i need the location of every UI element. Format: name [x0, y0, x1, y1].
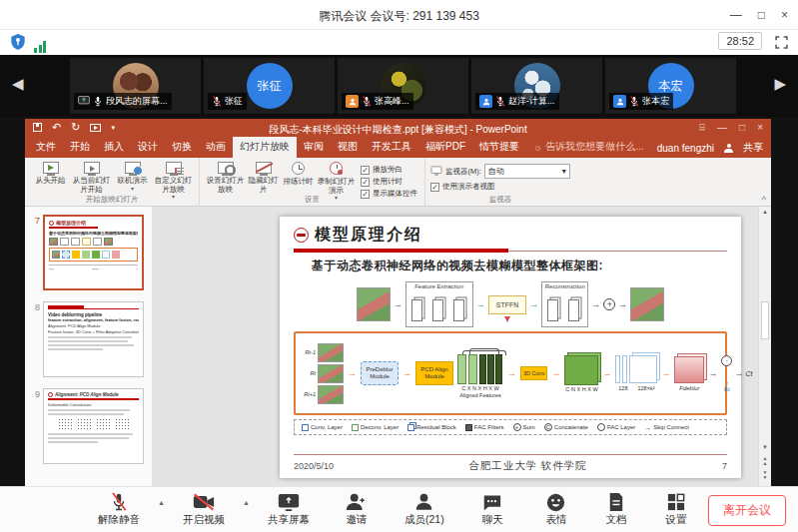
from-current-slide-icon [84, 162, 100, 174]
scroll-down-icon[interactable]: ▼ [759, 444, 771, 450]
scroll-right-icon[interactable]: ▶ [774, 75, 786, 93]
use-timings-checkbox[interactable]: ✓使用计时 [361, 177, 417, 187]
invite-button[interactable]: 邀请 [326, 492, 388, 527]
checkbox-icon: ✓ [430, 183, 439, 192]
share-button[interactable]: 共享 [743, 141, 763, 155]
share-screen-button[interactable]: 共享屏幕 [258, 492, 320, 527]
tell-me-box[interactable]: ☼ 告诉我您想要做什么... [526, 137, 651, 158]
scroll-left-icon[interactable]: ◀ [12, 75, 24, 93]
participant-tile[interactable]: 张高峰... [338, 58, 468, 114]
play-narrations-checkbox[interactable]: ✓播放旁白 [361, 165, 417, 175]
participant-tile[interactable]: 赵洋-计算... [471, 58, 602, 114]
avatar: 张征 [247, 63, 293, 109]
tab-developer[interactable]: 开发工具 [365, 137, 418, 158]
security-shield-icon[interactable] [10, 33, 26, 55]
meeting-title: 腾讯会议 会议号: 291 139 453 [0, 8, 798, 25]
camera-off-icon [193, 492, 215, 512]
presenter-view-checkbox[interactable]: ✓使用演示者视图 [430, 182, 570, 192]
participant-tile[interactable]: 张征 张征 [204, 58, 335, 114]
scroll-up-icon[interactable]: ▲ [759, 209, 771, 215]
settings-button[interactable]: 设置 [649, 492, 703, 527]
tab-view[interactable]: 视图 [331, 137, 365, 158]
slide-subtitle: 基于动态卷积神经网络的视频去模糊模型整体框架图: [294, 258, 727, 274]
video-options-toggle[interactable]: ▲ [243, 499, 250, 506]
output-label: Ct [745, 370, 752, 377]
ppt-window-controls: ⌸ — □ × [699, 122, 763, 134]
fused-feature-cube: C·N X H X W [564, 355, 598, 392]
monitor-dropdown[interactable]: 自动 ▾ [484, 164, 570, 179]
slide-canvas-area[interactable]: 模型原理介绍 基于动态卷积神经网络的视频去模糊模型整体框架图: → Featur… [153, 207, 758, 486]
fac-layer-legend-icon: · [597, 423, 605, 431]
slide-number: 8 [30, 301, 40, 377]
members-button[interactable]: 成员(21) [394, 492, 455, 527]
rehearse-timings-icon [292, 162, 305, 175]
rehearse-timings-button[interactable]: 排练计时 [281, 160, 316, 187]
present-online-button[interactable]: 联机演示 ▾ [112, 160, 153, 193]
from-beginning-icon [43, 162, 59, 174]
tab-review[interactable]: 审阅 [297, 137, 331, 158]
ppt-close-icon[interactable]: × [757, 122, 763, 134]
dropdown-caret-icon: ▾ [131, 186, 134, 193]
frame-image [318, 343, 344, 362]
save-icon[interactable] [33, 123, 42, 132]
tab-animations[interactable]: 动画 [199, 137, 233, 158]
tab-file[interactable]: 文件 [29, 137, 63, 158]
vertical-scrollbar[interactable]: ▲ ▼ ▲▲ ▼▼ [758, 207, 771, 486]
mic-muted-icon [362, 96, 372, 107]
document-icon [605, 492, 627, 512]
tab-transitions[interactable]: 切换 [165, 137, 199, 158]
emoji-button[interactable]: 表情 [529, 492, 583, 527]
close-icon[interactable]: × [781, 9, 788, 21]
slide-thumbnail-8[interactable]: Video deblurring pipeline feature extrac… [43, 301, 144, 377]
tab-design[interactable]: 设计 [131, 137, 165, 158]
residual-block-icon [407, 424, 414, 431]
overview-pipeline-diagram: → Feature Extraction → STFFN → Reconstru… [294, 279, 727, 329]
group-label: 监视器 [425, 195, 575, 205]
reconstruction-box: Reconstruction [541, 281, 588, 327]
slide-thumbnail-9[interactable]: Alignment: PCD Align Module Deformable C… [43, 388, 144, 464]
ribbon-tab-bar: 文件 开始 插入 设计 切换 动画 幻灯片放映 审阅 视图 开发工具 福昕PDF… [25, 139, 771, 158]
from-current-slide-button[interactable]: 从当前幻灯片开始 [71, 160, 112, 194]
participant-name: 段风志的屏幕... [106, 95, 168, 108]
maximize-icon[interactable]: □ [758, 9, 765, 21]
checkbox-icon: ✓ [361, 178, 370, 187]
from-beginning-button[interactable]: 从头开始 [30, 160, 71, 186]
app-titlebar: 腾讯会议 会议号: 291 139 453 — □ × [0, 0, 798, 30]
chat-button[interactable]: 聊天 [461, 492, 523, 527]
collapse-ribbon-icon[interactable]: ^ [762, 195, 766, 205]
tab-home[interactable]: 开始 [63, 137, 97, 158]
slide-7-canvas[interactable]: 模型原理介绍 基于动态卷积神经网络的视频去模糊模型整体框架图: → Featur… [280, 217, 741, 478]
fullscreen-icon[interactable] [775, 35, 788, 53]
redo-icon[interactable]: ↻ [71, 122, 80, 133]
participant-tile[interactable]: 段风志的屏幕... [70, 58, 201, 114]
setup-slideshow-button[interactable]: 设置幻灯片放映 [205, 160, 246, 194]
next-slide-icon[interactable]: ▼▼ [759, 470, 771, 480]
ppt-document-title: 段风志-本科毕业设计中期检查.ppt [兼容模式] - PowerPoint [145, 123, 651, 137]
ribbon-options-icon[interactable]: ⌸ [699, 122, 705, 134]
slide-thumbnail-7[interactable]: 模型原理介绍 基于动态卷积神经网络的视频去模糊模型整体框架图: [43, 215, 144, 290]
tab-slideshow[interactable]: 幻灯片放映 [233, 137, 297, 158]
ppt-restore-icon[interactable]: □ [739, 122, 745, 134]
frame-image [318, 364, 344, 383]
unmute-button[interactable]: 解除静音 [88, 492, 150, 527]
docs-button[interactable]: 文档 [589, 492, 643, 527]
mic-options-toggle[interactable]: ▲ [158, 499, 165, 506]
participant-tile[interactable]: 本宏 张本宏 [605, 58, 736, 114]
ppt-minimize-icon[interactable]: — [717, 122, 727, 134]
aligned-features-blocks: C X N X H X W Aligned Features [457, 348, 503, 398]
participant-name: 张高峰... [375, 95, 409, 108]
previous-slide-icon[interactable]: ▲▲ [759, 456, 771, 466]
scrollbar-thumb[interactable] [761, 301, 769, 339]
tab-foxit-pdf[interactable]: 福昕PDF [418, 137, 472, 158]
start-video-button[interactable]: 开启视频 [173, 492, 235, 527]
qat-customize-icon[interactable]: ▾ [111, 124, 115, 131]
chevron-down-icon: ▾ [562, 167, 566, 176]
leave-meeting-button[interactable]: 离开会议 [708, 495, 786, 526]
minimize-icon[interactable]: — [730, 9, 742, 21]
tab-insert[interactable]: 插入 [97, 137, 131, 158]
undo-icon[interactable]: ↶ [52, 122, 61, 133]
ribbon-group-start-slideshow: 从头开始 从当前幻灯片开始 联机演示 ▾ 自定义幻灯片放映 ▾ 开始放映幻灯片 [25, 158, 200, 206]
hide-slide-button[interactable]: 隐藏幻灯片 [246, 160, 281, 194]
tab-storyboard[interactable]: 情节提要 [472, 137, 526, 158]
slideshow-icon[interactable] [90, 124, 101, 132]
